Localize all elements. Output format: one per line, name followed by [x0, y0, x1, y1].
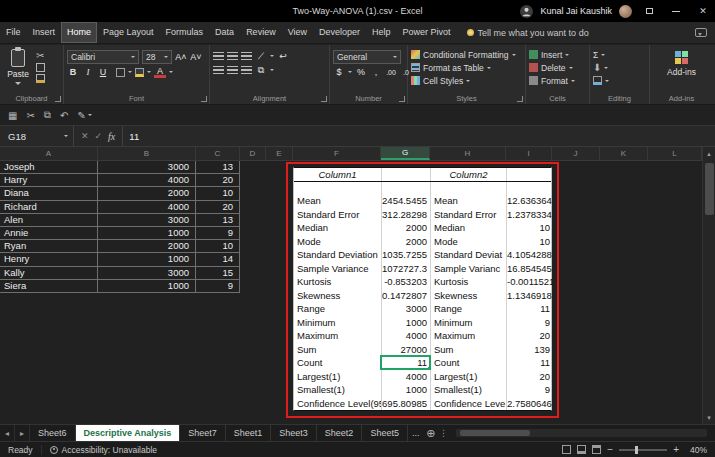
confirm-entry-icon[interactable]: ✓ [95, 131, 103, 141]
cell-value-b[interactable]: 1000 [98, 253, 196, 265]
vertical-scrollbar-thumb[interactable] [705, 163, 714, 215]
cell-value-b[interactable]: 4000 [98, 174, 196, 186]
cell-value-b[interactable]: 3000 [98, 161, 196, 173]
sheet-nav-right-icon[interactable]: ▸ [15, 425, 30, 441]
ribbon-tab[interactable]: File [0, 22, 27, 43]
column-header[interactable]: K [600, 147, 648, 160]
cell-value-c[interactable]: 13 [196, 214, 240, 226]
zoom-slider-thumb[interactable] [635, 446, 638, 454]
cell-value-c[interactable]: 10 [196, 187, 240, 199]
wrap-text-icon[interactable]: ↩ [277, 50, 289, 62]
delete-cells-button[interactable]: Delete [529, 61, 586, 74]
cell-name[interactable]: Henry [0, 253, 98, 265]
borders-icon[interactable] [116, 68, 125, 77]
ribbon-tab[interactable]: Formulas [160, 22, 210, 43]
undo-icon[interactable]: ↶ [60, 110, 68, 121]
insert-cells-button[interactable]: Insert [529, 48, 586, 61]
sheet-tabs-overflow[interactable]: ... [408, 425, 424, 441]
copy-icon[interactable]: ⧉ [44, 109, 51, 121]
fill-button[interactable]: ⬇ [593, 61, 646, 74]
italic-button[interactable]: I [82, 66, 94, 78]
increase-decimal-button[interactable]: .00 [385, 66, 397, 78]
cell-name[interactable]: Alen [0, 214, 98, 226]
sheet-tab[interactable]: Descriptive Analysis [76, 425, 181, 441]
ribbon-tab[interactable]: Developer [313, 22, 366, 43]
name-box[interactable]: G18 [0, 126, 58, 146]
dialog-launcher-icon[interactable] [321, 96, 327, 102]
orientation-icon[interactable]: ⟋ [255, 50, 267, 62]
dialog-launcher-icon[interactable] [201, 96, 207, 102]
percent-format-button[interactable]: % [355, 66, 367, 78]
zoom-level[interactable]: 40% [685, 445, 707, 455]
align-middle-icon[interactable] [227, 52, 238, 61]
column-header[interactable]: J [552, 147, 600, 160]
font-name-select[interactable]: Calibri [67, 50, 139, 64]
ribbon-tab[interactable]: Help [366, 22, 397, 43]
font-color-icon[interactable]: A [154, 67, 166, 78]
align-left-icon[interactable] [213, 66, 224, 75]
ribbon-display-options-button[interactable] [639, 0, 659, 22]
sheet-tab[interactable]: Sheet6 [30, 425, 76, 441]
ribbon-tab[interactable]: Data [209, 22, 240, 43]
close-button[interactable]: ✕ [693, 0, 713, 22]
horizontal-scrollbar-thumb[interactable] [460, 430, 530, 436]
ribbon-tab[interactable]: Home [61, 22, 97, 43]
avatar[interactable] [619, 5, 632, 18]
cell-name[interactable]: Harry [0, 174, 98, 186]
merge-center-icon[interactable]: ⧉ [255, 64, 267, 76]
format-painter-icon[interactable] [36, 74, 45, 83]
dialog-launcher-icon[interactable] [517, 96, 523, 102]
cut-icon[interactable]: ✂ [36, 50, 45, 61]
normal-view-icon[interactable] [562, 445, 571, 454]
align-top-icon[interactable] [213, 52, 224, 61]
sheet-tab[interactable]: Sheet3 [271, 425, 317, 441]
column-header[interactable]: B [98, 147, 196, 160]
cell-name[interactable]: Diana [0, 187, 98, 199]
add-sheet-button[interactable]: ⊕ [423, 425, 438, 441]
cell-value-c[interactable]: 9 [196, 227, 240, 239]
align-center-icon[interactable] [227, 66, 238, 75]
decrease-font-size-icon[interactable]: A˅ [190, 51, 202, 63]
addins-button[interactable]: Add-ins [653, 51, 710, 77]
insert-function-icon[interactable]: fx [108, 131, 115, 142]
cut-icon[interactable]: ✂ [26, 110, 34, 121]
align-right-icon[interactable] [241, 66, 252, 75]
cell-value-b[interactable]: 3000 [98, 267, 196, 279]
cell-value-c[interactable]: 15 [196, 267, 240, 279]
number-format-select[interactable]: General [333, 50, 401, 64]
dialog-launcher-icon[interactable] [399, 96, 405, 102]
sheet-tab[interactable]: Sheet2 [317, 425, 363, 441]
cell-name[interactable]: Joseph [0, 161, 98, 173]
zoom-in-icon[interactable]: + [673, 445, 679, 455]
tell-me-box[interactable]: Tell me what you want to do [467, 22, 589, 43]
cell-name[interactable]: Siera [0, 280, 98, 292]
dialog-launcher-icon[interactable] [55, 96, 61, 102]
zoom-out-icon[interactable]: − [607, 445, 613, 455]
cell-value-b[interactable]: 2000 [98, 187, 196, 199]
cell-name[interactable]: Annie [0, 227, 98, 239]
pen-icon[interactable]: ✎ [77, 110, 91, 121]
cell-styles-button[interactable]: Cell Styles [411, 74, 522, 87]
column-header[interactable]: G [381, 147, 430, 160]
worksheet-grid[interactable]: Joseph 3000 13 Harry 4000 20 Diana 2000 … [0, 161, 702, 424]
font-size-select[interactable]: 28 [142, 50, 172, 64]
cell-value-b[interactable]: 2000 [98, 240, 196, 252]
more-options-icon[interactable]: ⋮ [438, 425, 448, 441]
currency-format-button[interactable]: $ [333, 66, 345, 78]
cell-name[interactable]: Richard [0, 201, 98, 213]
cell-value-c[interactable]: 20 [196, 174, 240, 186]
cancel-entry-icon[interactable]: ✕ [81, 131, 89, 141]
cell-value-b[interactable]: 3000 [98, 214, 196, 226]
conditional-formatting-button[interactable]: Conditional Formatting [411, 48, 522, 61]
scroll-up-icon[interactable]: ▴ [703, 147, 715, 160]
column-header[interactable]: A [0, 147, 98, 160]
scroll-down-icon[interactable]: ▾ [703, 411, 715, 424]
page-layout-view-icon[interactable] [577, 445, 586, 454]
sheet-tab[interactable]: Sheet1 [226, 425, 272, 441]
underline-button[interactable]: U [97, 66, 109, 78]
vertical-scrollbar[interactable]: ▴ ▾ [702, 147, 715, 424]
cell-name[interactable]: Kally [0, 267, 98, 279]
cell-name[interactable]: Ryan [0, 240, 98, 252]
cell-value-c[interactable]: 20 [196, 201, 240, 213]
minimize-button[interactable] [666, 0, 686, 22]
